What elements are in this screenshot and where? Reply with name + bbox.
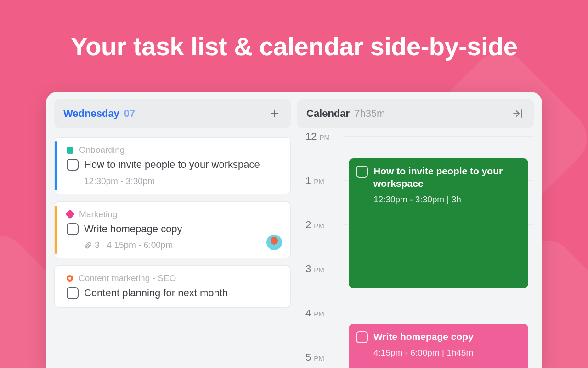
task-time: 4:15pm - 6:00pm xyxy=(107,240,173,250)
task-stripe xyxy=(55,206,57,254)
task-panel-header: Wednesday 07 xyxy=(54,99,291,128)
task-panel: Wednesday 07 Onboarding How to invi xyxy=(54,99,291,368)
category-label: Marketing xyxy=(79,209,117,219)
hour-label: 4PM xyxy=(305,307,342,319)
collapse-calendar-button[interactable] xyxy=(511,107,525,121)
attachment-count: 3 xyxy=(84,240,100,250)
day-number: 07 xyxy=(124,108,135,120)
hour-label: 2PM xyxy=(305,219,342,231)
page-headline: Your task list & calendar side-by-side xyxy=(0,0,588,61)
collapse-right-icon xyxy=(512,108,523,119)
add-task-button[interactable] xyxy=(268,107,282,121)
hour-label: 1PM xyxy=(305,175,342,187)
event-time: 12:30pm - 3:30pm | 3h xyxy=(356,195,521,205)
calendar-event[interactable]: Write homepage copy4:15pm - 6:00pm | 1h4… xyxy=(349,324,528,368)
event-title: How to invite people to your workspace xyxy=(373,165,521,190)
event-time: 4:15pm - 6:00pm | 1h45m xyxy=(356,348,521,358)
hour-gridline xyxy=(343,313,534,313)
category-label: Content marketing - SEO xyxy=(79,273,176,283)
category-dot-icon xyxy=(67,275,73,282)
calendar-panel: Calendar 7h35m 12PM1PM2PM3PM4PM5PM How t… xyxy=(297,99,534,368)
task-title: How to invite people to your workspace xyxy=(84,158,260,172)
task-title: Write homepage copy xyxy=(84,222,182,236)
calendar-total-time: 7h35m xyxy=(354,108,385,120)
task-title: Content planning for next month xyxy=(84,286,228,300)
hour-label: 12PM xyxy=(305,131,342,143)
day-name: Wednesday xyxy=(63,108,119,120)
calendar-title: Calendar xyxy=(306,108,350,120)
app-window: Wednesday 07 Onboarding How to invi xyxy=(46,92,542,368)
calendar-body[interactable]: 12PM1PM2PM3PM4PM5PM How to invite people… xyxy=(297,128,534,368)
hour-label: 5PM xyxy=(305,351,342,363)
task-card[interactable]: Content marketing - SEO Content planning… xyxy=(54,265,291,308)
event-checkbox[interactable] xyxy=(356,331,368,343)
task-checkbox[interactable] xyxy=(67,159,79,171)
hour-gridline xyxy=(343,136,534,137)
task-stripe xyxy=(55,141,57,190)
event-title: Write homepage copy xyxy=(373,330,474,343)
hour-label: 3PM xyxy=(305,263,342,275)
task-checkbox[interactable] xyxy=(67,287,79,299)
task-card[interactable]: Onboarding How to invite people to your … xyxy=(54,137,291,194)
calendar-panel-header: Calendar 7h35m xyxy=(297,99,534,128)
task-time: 12:30pm - 3:30pm xyxy=(84,176,155,186)
plus-icon xyxy=(270,109,280,119)
category-dot-icon xyxy=(67,147,74,154)
task-list: Onboarding How to invite people to your … xyxy=(54,128,291,308)
task-checkbox[interactable] xyxy=(67,223,79,235)
category-dot-icon xyxy=(65,209,75,219)
paperclip-icon xyxy=(84,242,92,249)
event-checkbox[interactable] xyxy=(356,166,368,178)
task-card[interactable]: Marketing Write homepage copy 3 4:15pm -… xyxy=(54,201,291,259)
calendar-event[interactable]: How to invite people to your workspace12… xyxy=(349,158,528,288)
category-label: Onboarding xyxy=(79,145,124,155)
